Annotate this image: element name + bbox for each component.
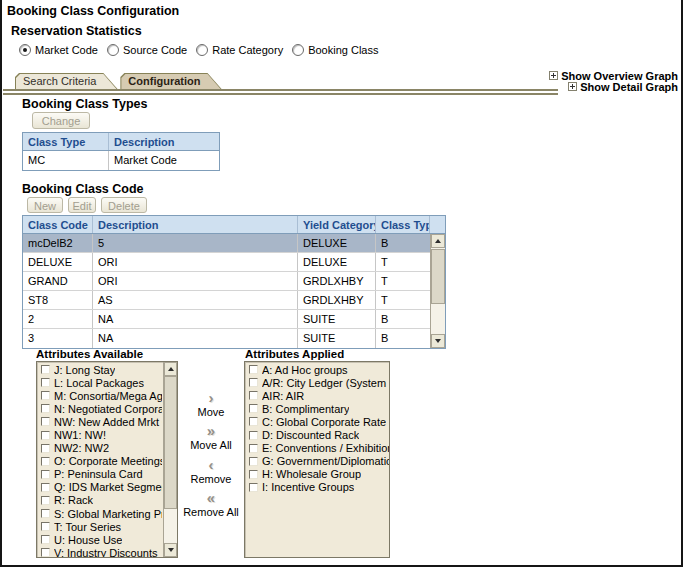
checkbox-icon[interactable]: [41, 457, 50, 466]
checkbox-icon[interactable]: [41, 444, 50, 453]
edit-button[interactable]: Edit: [68, 197, 96, 213]
list-item[interactable]: V: Industry Discounts: [37, 546, 162, 558]
list-item[interactable]: T: Tour Series: [37, 520, 162, 533]
list-item-label: C: Global Corporate Rate: [262, 416, 386, 428]
available-list-scrollbar[interactable]: [163, 362, 177, 557]
checkbox-icon[interactable]: [41, 470, 50, 479]
checkbox-icon[interactable]: [41, 391, 50, 400]
radio-rate-category[interactable]: Rate Category: [196, 44, 283, 56]
list-item[interactable]: A/R: City Ledger (System Used): [245, 376, 389, 389]
checkbox-icon[interactable]: [41, 417, 50, 426]
cell-yield-category: SUITE: [298, 310, 376, 328]
remove-label: Remove: [181, 473, 241, 485]
table-row[interactable]: mcDelB2 5 DELUXE B: [23, 234, 445, 253]
list-item-label: R: Rack: [54, 494, 93, 506]
checkbox-icon[interactable]: [249, 404, 258, 413]
move-all-button[interactable]: » Move All: [181, 424, 241, 451]
list-item[interactable]: R: Rack: [37, 494, 162, 507]
checkbox-icon[interactable]: [249, 483, 258, 492]
list-item[interactable]: L: Local Packages: [37, 376, 162, 389]
list-item[interactable]: A: Ad Hoc groups: [245, 363, 389, 376]
table-row[interactable]: MC Market Code: [23, 151, 219, 170]
table-row[interactable]: ST8 AS GRDLXHBY T: [23, 291, 445, 310]
table-row[interactable]: 2 NA SUITE B: [23, 310, 445, 329]
scrollbar-thumb[interactable]: [431, 249, 445, 304]
checkbox-icon[interactable]: [249, 417, 258, 426]
radio-button-icon[interactable]: [292, 44, 304, 56]
radio-button-icon[interactable]: [107, 44, 119, 56]
list-item[interactable]: NW: New Added Mrkt Code: [37, 415, 162, 428]
list-item[interactable]: B: Complimentary: [245, 402, 389, 415]
checkbox-icon[interactable]: [249, 457, 258, 466]
list-item[interactable]: N: Negotiated Corporate: [37, 402, 162, 415]
list-item[interactable]: Q: IDS Market Segment: [37, 481, 162, 494]
checkbox-icon[interactable]: [41, 378, 50, 387]
list-item[interactable]: AIR: AIR: [245, 389, 389, 402]
scrollbar-thumb[interactable]: [164, 376, 177, 509]
column-header: Class Code: [23, 216, 93, 233]
move-button[interactable]: › Move: [181, 391, 241, 418]
list-item[interactable]: C: Global Corporate Rate: [245, 415, 389, 428]
remove-button[interactable]: ‹ Remove: [181, 458, 241, 485]
show-detail-graph-toggle[interactable]: Show Detail Graph: [549, 81, 678, 92]
list-item[interactable]: NW1: NW!: [37, 428, 162, 441]
expand-plus-icon[interactable]: [568, 82, 577, 91]
checkbox-icon[interactable]: [41, 509, 50, 518]
list-item-label: G: Government/Diplomatic: [262, 455, 389, 467]
list-item[interactable]: D: Discounted Rack: [245, 428, 389, 441]
checkbox-icon[interactable]: [41, 548, 50, 557]
checkbox-icon[interactable]: [249, 378, 258, 387]
list-item[interactable]: I: Incentive Groups: [245, 481, 389, 494]
checkbox-icon[interactable]: [249, 391, 258, 400]
list-item[interactable]: O: Corporate Meetings: [37, 455, 162, 468]
expand-plus-icon[interactable]: [549, 71, 558, 80]
table-row[interactable]: 3 NA SUITE B: [23, 329, 445, 348]
change-button[interactable]: Change: [32, 112, 90, 129]
scroll-down-button[interactable]: [431, 334, 445, 348]
attributes-applied-listbox[interactable]: A: Ad Hoc groups A/R: City Ledger (Syste…: [244, 361, 390, 558]
attributes-available-listbox[interactable]: J: Long Stay L: Local Packages M: Consor…: [36, 361, 178, 558]
scroll-up-button[interactable]: [164, 362, 177, 376]
checkbox-icon[interactable]: [249, 365, 258, 374]
list-item[interactable]: M: Consortia/Mega Agencies: [37, 389, 162, 402]
list-item[interactable]: P: Peninsula Card: [37, 468, 162, 481]
radio-source-code[interactable]: Source Code: [107, 44, 187, 56]
checkbox-icon[interactable]: [41, 535, 50, 544]
checkbox-icon[interactable]: [249, 431, 258, 440]
checkbox-icon[interactable]: [41, 483, 50, 492]
list-item[interactable]: U: House Use: [37, 533, 162, 546]
table-row[interactable]: GRAND ORI GRDLXHBY T: [23, 272, 445, 291]
scroll-down-button[interactable]: [164, 543, 177, 557]
table-row[interactable]: DELUXE ORI DELUXE T: [23, 253, 445, 272]
radio-button-icon[interactable]: [196, 44, 208, 56]
show-overview-graph-toggle[interactable]: Show Overview Graph: [549, 70, 678, 81]
checkbox-icon[interactable]: [249, 470, 258, 479]
list-item[interactable]: NW2: NW2: [37, 442, 162, 455]
list-item[interactable]: J: Long Stay: [37, 363, 162, 376]
checkbox-icon[interactable]: [41, 365, 50, 374]
checkbox-icon[interactable]: [41, 496, 50, 505]
section-title-reservation-statistics: Reservation Statistics: [11, 24, 142, 38]
tab-configuration[interactable]: Configuration: [120, 73, 222, 90]
table-scrollbar[interactable]: [430, 234, 445, 348]
list-item-label: AIR: AIR: [262, 390, 304, 402]
list-item[interactable]: G: Government/Diplomatic: [245, 455, 389, 468]
checkbox-icon[interactable]: [41, 522, 50, 531]
list-item-label: E: Conventions / Exhibitions: [262, 442, 389, 454]
tab-search-criteria[interactable]: Search Criteria: [15, 73, 118, 90]
list-item[interactable]: H: Wholesale Group: [245, 468, 389, 481]
delete-button[interactable]: Delete: [101, 197, 147, 213]
radio-market-code[interactable]: Market Code: [19, 44, 98, 56]
radio-label: Source Code: [123, 44, 187, 56]
list-item[interactable]: E: Conventions / Exhibitions: [245, 442, 389, 455]
checkbox-icon[interactable]: [41, 431, 50, 440]
radio-button-icon[interactable]: [19, 44, 31, 56]
checkbox-icon[interactable]: [249, 444, 258, 453]
radio-booking-class[interactable]: Booking Class: [292, 44, 378, 56]
column-header: Description: [109, 133, 219, 150]
new-button[interactable]: New: [27, 197, 63, 213]
checkbox-icon[interactable]: [41, 404, 50, 413]
list-item[interactable]: S: Global Marketing Programme: [37, 507, 162, 520]
remove-all-button[interactable]: « Remove All: [181, 491, 241, 518]
scroll-up-button[interactable]: [431, 234, 445, 248]
